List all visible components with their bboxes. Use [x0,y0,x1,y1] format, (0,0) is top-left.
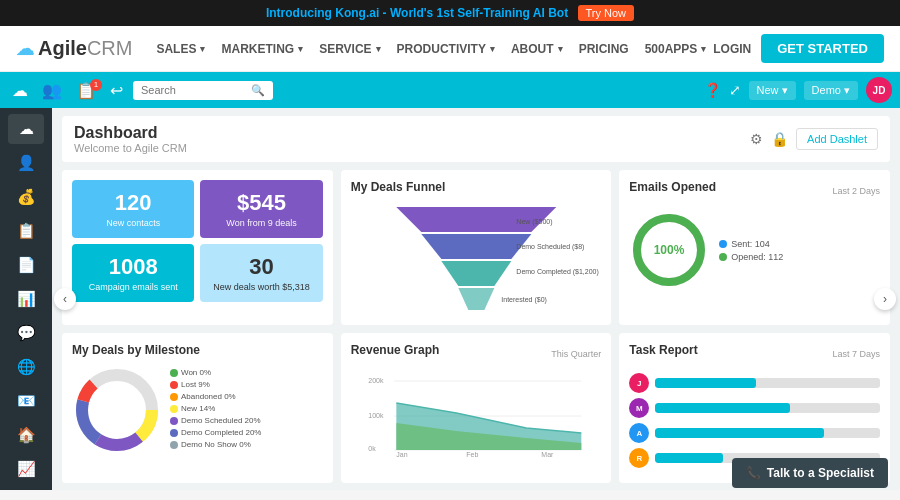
history-icon[interactable]: ↩ [106,77,127,104]
task-bar-fill-1 [655,378,756,388]
task-bar-fill-3 [655,428,823,438]
nav-sales[interactable]: SALES▾ [156,42,205,56]
search-input[interactable] [141,84,251,96]
task-bars: J M A R [629,373,880,468]
new-contacts-number: 120 [82,190,184,216]
sidebar-icon-chat[interactable]: 💬 [8,318,44,348]
opened-label: Opened: 112 [731,252,783,262]
svg-text:New ($500): New ($500) [516,218,552,226]
task-report-title: Task Report [629,343,697,357]
nav-service[interactable]: SERVICE▾ [319,42,380,56]
contacts-icon-wrapper: 👥 [38,81,66,100]
emails-legend: Sent: 104 Opened: 112 [719,239,783,265]
emails-opened-title: Emails Opened [629,180,716,194]
nav-right: LOGIN GET STARTED [713,34,884,63]
scroll-left-arrow[interactable]: ‹ [54,288,76,310]
opened-legend: Opened: 112 [719,252,783,262]
stats-card: 120 New contacts $545 Won from 9 deals 1… [62,170,333,325]
app-header: ☁ 👥 📋 1 ↩ 🔍 ❓ ⤢ New ▾ Demo ▾ JD [0,72,900,108]
svg-text:Feb: Feb [466,451,478,458]
task-bar-row-2: M [629,398,880,418]
nav-500apps[interactable]: 500APPS▾ [645,42,707,56]
search-box: 🔍 [133,81,273,100]
task-avatar-2: M [629,398,649,418]
sidebar-icon-analytics[interactable]: 📈 [8,454,44,484]
sidebar-icon-email[interactable]: 📧 [8,386,44,416]
task-bar-bg-1 [655,378,880,388]
contacts-icon[interactable]: 👥 [38,78,66,103]
app-cloud-icon[interactable]: ☁ [8,77,32,104]
svg-text:200k: 200k [368,377,384,384]
sidebar-icon-deals[interactable]: 💰 [8,182,44,212]
revenue-card: Revenue Graph This Quarter 200k 100k 0k [341,333,612,483]
cloud-icon: ☁ [16,38,34,60]
sidebar-icon-reports[interactable]: 📊 [8,284,44,314]
settings-icon[interactable]: ⚙ [750,131,763,147]
stats-mini-grid: 120 New contacts $545 Won from 9 deals 1… [72,180,323,302]
new-button[interactable]: New ▾ [749,81,796,100]
nav-productivity[interactable]: PRODUCTIVITY▾ [397,42,495,56]
add-dashlet-button[interactable]: Add Dashlet [796,128,878,150]
emails-donut-chart: 100% [629,210,709,293]
nav-pricing[interactable]: PRICING [579,42,629,56]
help-icon[interactable]: ❓ [704,82,721,98]
announcement-brand: Kong.ai [335,6,379,20]
sidebar-icon-cloud[interactable]: ☁ [8,114,44,144]
svg-marker-3 [458,288,494,310]
task-bar-row-1: J [629,373,880,393]
logo-text: Agile [38,37,87,60]
campaign-emails-number: 1008 [82,254,184,280]
user-avatar[interactable]: JD [866,77,892,103]
new-contacts-stat: 120 New contacts [72,180,194,238]
nav-marketing[interactable]: MARKETING▾ [221,42,303,56]
won-from-stat: $545 Won from 9 deals [200,180,322,238]
sidebar-icon-docs[interactable]: 📄 [8,250,44,280]
sidebar-icon-web[interactable]: 🌐 [8,352,44,382]
task-bar-row-3: A [629,423,880,443]
dashboard-actions: ⚙ 🔒 Add Dashlet [750,128,878,150]
milestone-card: My Deals by Milestone Won 0% Lost 9% Aba… [62,333,333,483]
demo-button[interactable]: Demo ▾ [804,81,858,100]
talk-to-specialist-button[interactable]: 📞 Talk to a Specialist [732,458,888,488]
expand-icon[interactable]: ⤢ [729,82,741,98]
new-deals-number: 30 [210,254,312,280]
milestone-title: My Deals by Milestone [72,343,323,357]
sidebar-icon-home[interactable]: 🏠 [8,420,44,450]
specialist-label: Talk to a Specialist [767,466,874,480]
deals-funnel-card: My Deals Funnel New ($500) Demo Schedule… [341,170,612,325]
new-contacts-label: New contacts [82,218,184,228]
header-right: ❓ ⤢ New ▾ Demo ▾ JD [704,77,892,103]
sent-label: Sent: 104 [731,239,770,249]
svg-marker-2 [441,261,511,286]
sidebar: ☁ 👤 💰 📋 📄 📊 💬 🌐 📧 🏠 📈 [0,108,52,490]
search-icon: 🔍 [251,84,265,97]
tasks-icon-wrapper: 📋 1 [72,81,100,100]
revenue-title: Revenue Graph [351,343,440,357]
svg-text:Demo Scheduled ($8): Demo Scheduled ($8) [516,243,584,251]
emails-opened-header: Emails Opened Last 2 Days [629,180,880,202]
task-bar-fill-2 [655,403,790,413]
milestone-legend: Won 0% Lost 9% Abandoned 0% New 14% Demo… [170,368,261,452]
task-bar-bg-3 [655,428,880,438]
login-button[interactable]: LOGIN [713,42,751,56]
task-avatar-3: A [629,423,649,443]
dashboard-title-block: Dashboard Welcome to Agile CRM [74,124,187,154]
dashboard-title: Dashboard [74,124,187,142]
nav-about[interactable]: ABOUT▾ [511,42,563,56]
new-deals-stat: 30 New deals worth $5,318 [200,244,322,302]
try-now-button[interactable]: Try Now [578,5,635,21]
phone-icon: 📞 [746,466,761,480]
dashboard-subtitle: Welcome to Agile CRM [74,142,187,154]
task-report-header: Task Report Last 7 Days [629,343,880,365]
lock-icon[interactable]: 🔒 [771,131,788,147]
announcement-bar: Introducing Kong.ai - World's 1st Self-T… [0,0,900,26]
sidebar-icon-tasks[interactable]: 📋 [8,216,44,246]
sidebar-icon-contacts[interactable]: 👤 [8,148,44,178]
svg-text:100k: 100k [368,412,384,419]
task-avatar-4: R [629,448,649,468]
get-started-button[interactable]: GET STARTED [761,34,884,63]
svg-text:100%: 100% [654,243,685,257]
scroll-right-arrow[interactable]: › [874,288,896,310]
svg-text:Demo Completed ($1,200): Demo Completed ($1,200) [516,268,599,276]
funnel-chart: New ($500) Demo Scheduled ($8) Demo Comp… [351,202,602,312]
